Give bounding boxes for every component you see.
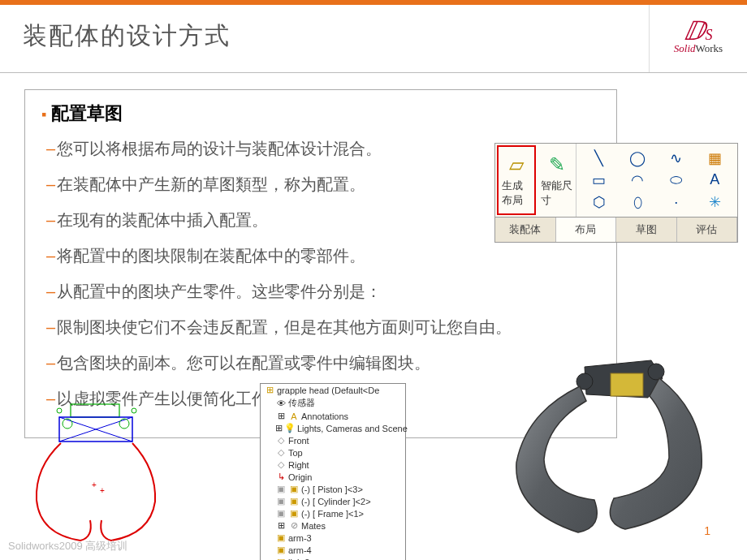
part-icon: ▣ [288,484,300,494]
tab-layout[interactable]: 布局 [556,218,617,242]
circle-icon[interactable]: ◯ [620,149,656,167]
sketch-diagram: + + [20,394,175,549]
sketch-tools-grid: ╲ ◯ ∿ ▦ ▭ ◠ ⬭ A ⬡ ⬯ · ✳ [576,144,737,217]
tree-item[interactable]: ▣▣(-) [ Frame ]<1> [261,507,405,519]
svg-point-8 [57,408,62,413]
star-icon[interactable]: ✳ [697,193,733,212]
polygon-icon[interactable]: ⬡ [581,193,617,212]
page-number: 1 [704,524,710,537]
logo-swoosh-icon: ⅅS [674,22,723,41]
logo-solid-text: Solid [674,42,696,54]
tree-item[interactable]: 👁传感器 [261,396,405,410]
smart-dimension-button[interactable]: ✎ 智能尺寸 [538,144,576,217]
tree-item[interactable]: ◇Top [261,446,405,459]
tab-assembly[interactable]: 装配体 [495,218,556,242]
block-icon: ▣ [275,496,287,506]
tree-item[interactable]: ⊞AAnnotations [261,410,405,422]
bullet-item: 限制图块使它们不会违反配置，但是在其他方面则可让您自由。 [46,314,600,340]
btn-label: 智能尺寸 [541,179,572,208]
dimension-icon: ✎ [549,153,565,176]
svg-rect-0 [71,404,119,417]
tree-item[interactable]: ▣▣(-) [ Cylinder ]<2> [261,495,405,507]
svg-text:+: + [92,480,97,489]
ellipse-icon[interactable]: ⬭ [658,170,694,189]
expand-icon: ⊞ [275,423,283,433]
slot-icon[interactable]: ⬯ [620,193,656,212]
svg-text:+: + [100,486,105,495]
bullet-item: 将配置中的图块限制在装配体中的零部件。 [46,243,600,269]
tab-evaluate[interactable]: 评估 [677,218,738,242]
solidworks-logo: ⅅS SolidWorks [674,22,723,55]
tree-item[interactable]: ▣arm-3 [261,532,405,544]
svg-rect-10 [611,373,643,396]
block-icon: ▣ [275,508,287,519]
svg-point-9 [132,408,136,413]
plane-icon: ◇ [275,435,287,446]
part-icon: ▣ [288,496,300,506]
arc-icon[interactable]: ◠ [620,170,656,189]
plane-icon: ◇ [275,459,287,470]
origin-icon: ↳ [275,472,287,482]
tree-item[interactable]: ◇Front [261,434,405,446]
block-icon: ▣ [275,484,287,494]
text-icon[interactable]: A [697,170,733,189]
logo-area: ⅅS SolidWorks [650,5,747,72]
line-icon[interactable]: ╲ [581,149,617,167]
tree-item[interactable]: ◇Right [261,459,405,471]
lights-icon: 💡 [284,423,296,433]
svg-point-12 [648,364,664,380]
tree-item[interactable]: ▣arm-4 [261,544,405,556]
tree-root[interactable]: ⊞grapple head (Default<De [261,384,405,396]
create-layout-button[interactable]: ▱ 生成布局 [497,145,536,215]
section-heading: 配置草图 [41,101,600,126]
tree-item[interactable]: ⊞⊘Mates [261,519,405,532]
tab-sketch[interactable]: 草图 [616,218,677,242]
tree-item[interactable]: ⊞💡Lights, Cameras and Scene [261,422,405,434]
header-left: 装配体的设计方式 [0,5,650,72]
tree-item[interactable]: ▣▣(-) [ Piston ]<3> [261,483,405,495]
expand-icon: ⊞ [275,411,287,421]
sensor-icon: 👁 [275,398,287,408]
header: 装配体的设计方式 ⅅS SolidWorks [0,5,747,73]
block-icon: ▣ [275,545,287,555]
toolbar-screenshot: ▱ 生成布局 ✎ 智能尺寸 ╲ ◯ ∿ ▦ ▭ ◠ ⬭ A ⬡ ⬯ [494,143,738,243]
layout-icon: ▱ [509,153,524,176]
grid-icon[interactable]: ▦ [697,149,733,167]
tree-item[interactable]: ▣link-2 [261,556,405,560]
point-icon[interactable]: · [658,193,694,212]
feature-tree: ⊞grapple head (Default<De 👁传感器 ⊞AAnnotat… [260,383,406,560]
spline-icon[interactable]: ∿ [658,149,694,167]
part-icon: ▣ [288,508,300,519]
btn-label: 生成布局 [502,179,531,208]
annotation-icon: A [288,411,300,421]
page-title: 装配体的设计方式 [23,19,649,53]
logo-works-text: Works [696,42,723,54]
grapple-render [489,349,716,544]
block-icon: ▣ [275,557,287,560]
footer-text: Solidworks2009 高级培训 [8,539,127,554]
bullet-item: 从配置中的图块产生零件。这些零件分别是： [46,278,600,304]
expand-icon: ⊞ [275,520,287,531]
mates-icon: ⊘ [288,520,300,531]
assembly-icon: ⊞ [264,385,275,395]
plane-icon: ◇ [275,447,287,458]
toolbar-tabs: 装配体 布局 草图 评估 [495,217,737,242]
tree-item[interactable]: ↳Origin [261,471,405,483]
toolbar-top-row: ▱ 生成布局 ✎ 智能尺寸 ╲ ◯ ∿ ▦ ▭ ◠ ⬭ A ⬡ ⬯ [495,144,737,217]
rectangle-icon[interactable]: ▭ [581,170,617,189]
block-icon: ▣ [275,532,287,543]
